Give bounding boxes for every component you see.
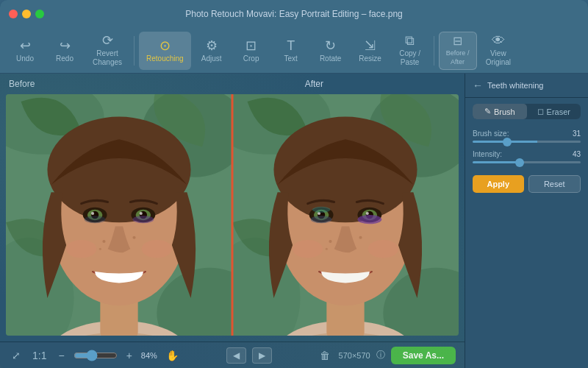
- after-image-panel: [232, 94, 459, 336]
- pan-button[interactable]: ✋: [163, 348, 182, 363]
- eraser-icon: ◻: [537, 107, 544, 116]
- view-original-button[interactable]: 👁 View Original: [478, 32, 518, 70]
- retouching-icon: ⊙: [159, 39, 171, 52]
- main-area: Before After: [0, 74, 588, 368]
- svg-point-43: [312, 207, 331, 213]
- text-label: Text: [284, 54, 297, 63]
- before-after-icon: ⊟: [453, 34, 462, 48]
- close-button[interactable]: [9, 10, 18, 18]
- panel-actions: Apply Reset: [465, 171, 588, 197]
- crop-label: Crop: [243, 54, 259, 63]
- svg-point-17: [85, 216, 106, 223]
- intensity-control: Intensity: 43: [473, 150, 581, 163]
- before-after-label: Before / After: [446, 49, 470, 66]
- nav-next-button[interactable]: ▶: [252, 347, 272, 364]
- info-button[interactable]: ⓘ: [376, 349, 385, 361]
- svg-point-40: [366, 212, 369, 215]
- svg-point-23: [142, 240, 172, 258]
- svg-point-42: [357, 215, 381, 224]
- zoom-1to1-label: 1:1: [32, 350, 46, 361]
- resize-label: Resize: [359, 54, 381, 63]
- adjust-icon: ⚙: [206, 39, 218, 52]
- svg-point-19: [102, 240, 105, 243]
- toolbar-separator-1: [134, 36, 135, 66]
- zoom-slider[interactable]: [74, 350, 118, 361]
- adjust-button[interactable]: ⚙ Adjust: [193, 32, 231, 70]
- copy-paste-icon: ⧉: [405, 34, 415, 47]
- copy-paste-button[interactable]: ⧉ Copy / Paste: [391, 32, 429, 70]
- canvas-header: Before After: [0, 74, 465, 94]
- eraser-label: Eraser: [547, 107, 570, 116]
- apply-button[interactable]: Apply: [473, 175, 524, 193]
- brush-size-slider[interactable]: [473, 141, 581, 143]
- panel-controls: Brush size: 31 Intensity: 43: [465, 125, 588, 168]
- text-button[interactable]: T Text: [272, 32, 310, 70]
- intensity-slider[interactable]: [473, 161, 581, 163]
- eraser-tab[interactable]: ◻ Eraser: [527, 104, 581, 119]
- svg-point-48: [368, 240, 398, 258]
- right-panel: ← Teeth whitening ✎ Brush ◻ Eraser Brush…: [465, 74, 588, 368]
- svg-point-12: [91, 212, 94, 215]
- after-label: After: [305, 79, 323, 89]
- crop-icon: ⊡: [245, 39, 257, 52]
- save-as-button[interactable]: Save As...: [391, 347, 456, 364]
- toolbar: ↩ Undo ↪ Redo ⟳ Revert Changes ⊙ Retouch…: [0, 28, 588, 74]
- redo-label: Redo: [56, 54, 74, 63]
- svg-point-22: [66, 240, 96, 258]
- svg-point-45: [359, 236, 362, 239]
- svg-point-41: [311, 216, 332, 223]
- before-after-divider: [232, 94, 234, 336]
- undo-button[interactable]: ↩ Undo: [6, 32, 44, 70]
- undo-label: Undo: [16, 54, 34, 63]
- nav-prev-button[interactable]: ◀: [226, 347, 246, 364]
- after-portrait: [232, 94, 459, 336]
- brush-label: Brush: [494, 107, 515, 116]
- rotate-icon: ↻: [325, 39, 336, 52]
- reset-button[interactable]: Reset: [528, 175, 581, 193]
- brush-size-label: Brush size:: [473, 130, 509, 138]
- rotate-button[interactable]: ↻ Rotate: [312, 32, 350, 70]
- eye-icon: 👁: [492, 34, 505, 47]
- brush-tab[interactable]: ✎ Brush: [473, 104, 527, 119]
- rotate-label: Rotate: [320, 54, 341, 63]
- intensity-label: Intensity:: [473, 150, 502, 158]
- redo-button[interactable]: ↪ Redo: [46, 32, 84, 70]
- crop-button[interactable]: ⊡ Crop: [232, 32, 270, 70]
- maximize-button[interactable]: [35, 10, 44, 18]
- back-button[interactable]: ←: [473, 79, 483, 91]
- revert-icon: ⟳: [102, 34, 113, 47]
- brush-size-value: 31: [573, 130, 581, 138]
- adjust-label: Adjust: [201, 54, 222, 63]
- panel-header: ← Teeth whitening: [465, 74, 588, 98]
- resize-button[interactable]: ⇲ Resize: [351, 32, 390, 70]
- retouching-button[interactable]: ⊙ Retouching: [139, 32, 191, 70]
- zoom-in-button[interactable]: +: [123, 348, 135, 363]
- redo-icon: ↪: [60, 39, 71, 52]
- delete-button[interactable]: 🗑: [317, 348, 333, 363]
- brush-size-control: Brush size: 31: [473, 130, 581, 143]
- revert-button[interactable]: ⟳ Revert Changes: [85, 32, 129, 70]
- image-pair: [6, 94, 459, 336]
- svg-point-16: [140, 212, 143, 215]
- zoom-value: 84%: [141, 351, 157, 360]
- minimize-button[interactable]: [22, 10, 31, 18]
- fit-zoom-button[interactable]: ⤢: [9, 348, 24, 363]
- brush-icon: ✎: [484, 107, 491, 116]
- svg-point-46: [326, 248, 328, 250]
- brush-size-label-row: Brush size: 31: [473, 130, 581, 138]
- traffic-lights: [9, 10, 44, 18]
- revert-label: Revert Changes: [93, 49, 122, 67]
- zoom-out-button[interactable]: −: [55, 348, 67, 363]
- svg-point-18: [132, 216, 154, 223]
- brush-eraser-tabs: ✎ Brush ◻ Eraser: [473, 104, 581, 119]
- dimensions-label: 570×570: [339, 351, 370, 360]
- bottom-bar: ⤢ 1:1 − + 84% ✋ ◀ ▶ 🗑 570×570 ⓘ Save As.…: [0, 342, 465, 368]
- text-icon: T: [287, 39, 295, 52]
- svg-point-47: [293, 240, 323, 258]
- app-window: Photo Retouch Movavi: Easy Portrait Edit…: [0, 0, 588, 368]
- window-title: Photo Retouch Movavi: Easy Portrait Edit…: [185, 9, 403, 19]
- titlebar: Photo Retouch Movavi: Easy Portrait Edit…: [0, 0, 588, 28]
- before-portrait: [6, 94, 232, 336]
- zoom-1to1-button[interactable]: 1:1: [29, 348, 49, 363]
- before-after-button[interactable]: ⊟ Before / After: [439, 32, 477, 70]
